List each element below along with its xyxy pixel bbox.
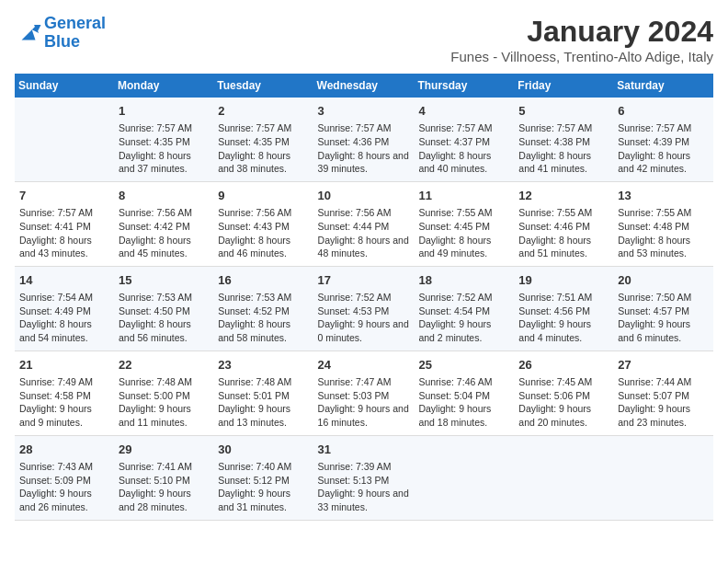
daylight-text: Daylight: 8 hours and 46 minutes.: [218, 234, 308, 260]
day-info: Sunrise: 7:49 AMSunset: 4:58 PMDaylight:…: [19, 375, 109, 430]
logo: General Blue: [15, 15, 106, 52]
day-number: 3: [318, 103, 410, 120]
calendar-cell: 21Sunrise: 7:49 AMSunset: 4:58 PMDayligh…: [15, 350, 114, 435]
day-info: Sunrise: 7:45 AMSunset: 5:06 PMDaylight:…: [518, 375, 609, 430]
calendar-cell: 17Sunrise: 7:52 AMSunset: 4:53 PMDayligh…: [313, 266, 415, 350]
week-row-5: 28Sunrise: 7:43 AMSunset: 5:09 PMDayligh…: [15, 435, 713, 520]
day-info: Sunrise: 7:53 AMSunset: 4:50 PMDaylight:…: [119, 291, 209, 345]
day-number: 8: [119, 188, 209, 204]
day-number: 13: [618, 188, 709, 204]
calendar-cell: [514, 435, 613, 520]
sunrise-text: Sunrise: 7:52 AM: [418, 291, 509, 304]
sunset-text: Sunset: 4:56 PM: [518, 304, 609, 318]
location-title: Funes - Villnoess, Trentino-Alto Adige, …: [450, 49, 713, 64]
sunrise-text: Sunrise: 7:56 AM: [119, 206, 209, 220]
day-header-thursday: Thursday: [414, 74, 514, 98]
sunset-text: Sunset: 4:50 PM: [119, 304, 209, 318]
daylight-text: Daylight: 8 hours and 54 minutes.: [19, 317, 109, 344]
sunrise-text: Sunrise: 7:40 AM: [218, 460, 308, 474]
day-number: 9: [218, 188, 308, 204]
sunset-text: Sunset: 5:13 PM: [318, 474, 410, 488]
day-number: 26: [518, 357, 609, 373]
sunrise-text: Sunrise: 7:53 AM: [119, 291, 209, 304]
day-number: 27: [618, 357, 709, 373]
day-info: Sunrise: 7:46 AMSunset: 5:04 PMDaylight:…: [418, 375, 509, 430]
daylight-text: Daylight: 9 hours and 16 minutes.: [318, 402, 410, 429]
day-info: Sunrise: 7:51 AMSunset: 4:56 PMDaylight:…: [518, 291, 609, 345]
daylight-text: Daylight: 9 hours and 31 minutes.: [218, 487, 308, 513]
day-info: Sunrise: 7:43 AMSunset: 5:09 PMDaylight:…: [19, 460, 109, 514]
sunset-text: Sunset: 4:57 PM: [618, 304, 709, 318]
title-area: January 2024 Funes - Villnoess, Trentino…: [450, 15, 713, 64]
daylight-text: Daylight: 8 hours and 38 minutes.: [218, 149, 308, 176]
day-number: 15: [119, 272, 209, 289]
sunset-text: Sunset: 5:09 PM: [19, 474, 109, 488]
day-number: 30: [218, 442, 308, 458]
day-info: Sunrise: 7:57 AMSunset: 4:36 PMDaylight:…: [318, 121, 410, 176]
calendar-table: SundayMondayTuesdayWednesdayThursdayFrid…: [15, 74, 713, 521]
sunrise-text: Sunrise: 7:57 AM: [318, 121, 410, 135]
day-number: 29: [119, 442, 209, 458]
sunrise-text: Sunrise: 7:53 AM: [218, 291, 308, 304]
day-info: Sunrise: 7:57 AMSunset: 4:38 PMDaylight:…: [518, 121, 609, 176]
day-info: Sunrise: 7:52 AMSunset: 4:54 PMDaylight:…: [418, 291, 509, 345]
daylight-text: Daylight: 8 hours and 58 minutes.: [218, 317, 308, 344]
calendar-cell: 23Sunrise: 7:48 AMSunset: 5:01 PMDayligh…: [213, 350, 313, 435]
day-info: Sunrise: 7:57 AMSunset: 4:39 PMDaylight:…: [618, 121, 709, 176]
day-number: 12: [518, 188, 609, 204]
sunrise-text: Sunrise: 7:55 AM: [618, 206, 709, 220]
week-row-1: 1Sunrise: 7:57 AMSunset: 4:35 PMDaylight…: [15, 98, 713, 181]
day-info: Sunrise: 7:55 AMSunset: 4:46 PMDaylight:…: [518, 206, 609, 260]
day-info: Sunrise: 7:50 AMSunset: 4:57 PMDaylight:…: [618, 291, 709, 345]
sunset-text: Sunset: 4:43 PM: [218, 220, 308, 234]
sunrise-text: Sunrise: 7:47 AM: [318, 375, 410, 389]
sunrise-text: Sunrise: 7:57 AM: [418, 121, 509, 135]
sunset-text: Sunset: 4:52 PM: [218, 304, 308, 318]
sunset-text: Sunset: 4:35 PM: [119, 135, 209, 149]
day-number: 16: [218, 272, 308, 289]
calendar-cell: 26Sunrise: 7:45 AMSunset: 5:06 PMDayligh…: [514, 350, 613, 435]
day-header-tuesday: Tuesday: [213, 74, 313, 98]
sunrise-text: Sunrise: 7:54 AM: [19, 291, 109, 304]
sunset-text: Sunset: 4:41 PM: [19, 220, 109, 234]
day-info: Sunrise: 7:40 AMSunset: 5:12 PMDaylight:…: [218, 460, 308, 514]
logo-text: General Blue: [44, 15, 106, 52]
sunset-text: Sunset: 4:49 PM: [19, 304, 109, 318]
day-header-saturday: Saturday: [613, 74, 713, 98]
calendar-cell: 7Sunrise: 7:57 AMSunset: 4:41 PMDaylight…: [15, 181, 114, 266]
day-info: Sunrise: 7:41 AMSunset: 5:10 PMDaylight:…: [119, 460, 209, 514]
days-header-row: SundayMondayTuesdayWednesdayThursdayFrid…: [15, 74, 713, 98]
calendar-cell: 22Sunrise: 7:48 AMSunset: 5:00 PMDayligh…: [114, 350, 213, 435]
sunset-text: Sunset: 4:38 PM: [518, 135, 609, 149]
day-number: 4: [418, 103, 509, 120]
week-row-2: 7Sunrise: 7:57 AMSunset: 4:41 PMDaylight…: [15, 181, 713, 266]
sunrise-text: Sunrise: 7:56 AM: [318, 206, 410, 220]
day-number: 10: [318, 188, 410, 204]
day-info: Sunrise: 7:56 AMSunset: 4:42 PMDaylight:…: [119, 206, 209, 260]
day-number: 6: [618, 103, 709, 120]
sunrise-text: Sunrise: 7:48 AM: [218, 375, 308, 389]
calendar-cell: 3Sunrise: 7:57 AMSunset: 4:36 PMDaylight…: [313, 98, 415, 181]
calendar-cell: 19Sunrise: 7:51 AMSunset: 4:56 PMDayligh…: [514, 266, 613, 350]
daylight-text: Daylight: 8 hours and 42 minutes.: [618, 149, 709, 176]
calendar-cell: 30Sunrise: 7:40 AMSunset: 5:12 PMDayligh…: [213, 435, 313, 520]
sunset-text: Sunset: 5:00 PM: [119, 389, 209, 403]
calendar-cell: 20Sunrise: 7:50 AMSunset: 4:57 PMDayligh…: [613, 266, 713, 350]
day-info: Sunrise: 7:44 AMSunset: 5:07 PMDaylight:…: [618, 375, 709, 430]
daylight-text: Daylight: 9 hours and 4 minutes.: [518, 317, 609, 344]
calendar-cell: 24Sunrise: 7:47 AMSunset: 5:03 PMDayligh…: [313, 350, 415, 435]
daylight-text: Daylight: 8 hours and 37 minutes.: [119, 149, 209, 176]
day-number: 14: [19, 272, 109, 289]
week-row-3: 14Sunrise: 7:54 AMSunset: 4:49 PMDayligh…: [15, 266, 713, 350]
sunrise-text: Sunrise: 7:41 AM: [119, 460, 209, 474]
day-info: Sunrise: 7:48 AMSunset: 5:01 PMDaylight:…: [218, 375, 308, 430]
sunset-text: Sunset: 5:04 PM: [418, 389, 509, 403]
daylight-text: Daylight: 8 hours and 49 minutes.: [418, 234, 509, 260]
day-header-monday: Monday: [114, 74, 213, 98]
calendar-cell: 5Sunrise: 7:57 AMSunset: 4:38 PMDaylight…: [514, 98, 613, 181]
calendar-cell: 16Sunrise: 7:53 AMSunset: 4:52 PMDayligh…: [213, 266, 313, 350]
calendar-cell: 28Sunrise: 7:43 AMSunset: 5:09 PMDayligh…: [15, 435, 114, 520]
sunrise-text: Sunrise: 7:57 AM: [119, 121, 209, 135]
daylight-text: Daylight: 9 hours and 28 minutes.: [119, 487, 209, 513]
calendar-cell: 27Sunrise: 7:44 AMSunset: 5:07 PMDayligh…: [613, 350, 713, 435]
